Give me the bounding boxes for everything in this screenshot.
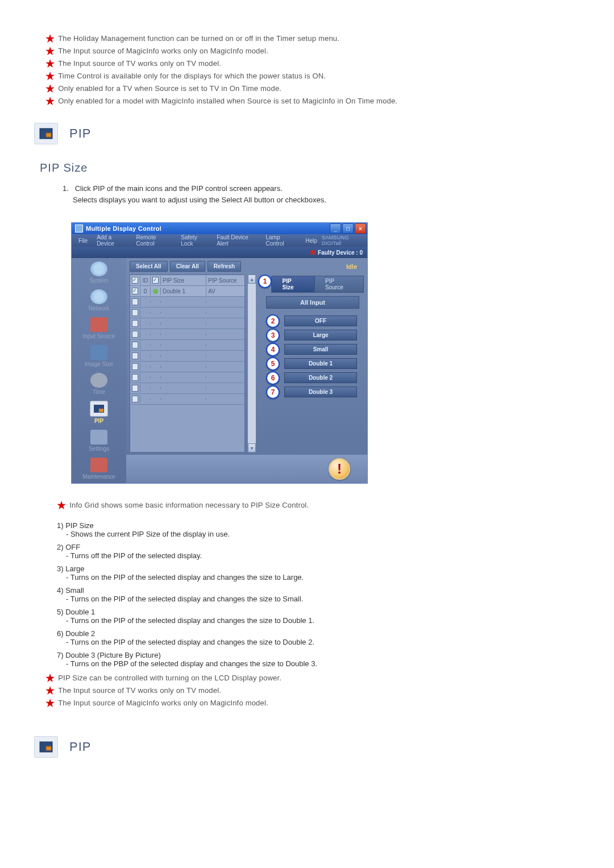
callout-marker-1: 1 [258,275,272,288]
grid-row[interactable] [130,297,244,308]
menu-file[interactable]: File [74,236,92,246]
pip-double2-button[interactable]: Double 2 [284,372,357,383]
row-checkbox[interactable] [132,331,138,338]
row-checkbox[interactable] [132,320,138,327]
grid-row[interactable] [130,372,244,383]
menu-fault-alert[interactable]: Fault Device Alert [212,232,261,248]
menu-help[interactable]: Help [301,236,322,246]
note-item: ★The Input source of MagicInfo works onl… [45,699,557,708]
brand-label: SAMSUNG DIGITall [322,235,365,246]
row-checkbox[interactable] [132,385,138,392]
grid-row[interactable] [130,329,244,340]
grid-scrollbar[interactable]: ▴ ▾ [247,275,256,452]
callout-marker-4: 4 [266,343,280,356]
close-button[interactable]: × [355,223,366,234]
menu-safety-lock[interactable]: Safety Lock [176,232,212,248]
sidebar-item-input-source[interactable]: Input Source [74,317,124,339]
menu-lamp-control[interactable]: Lamp Control [261,232,301,248]
note-item: ★The Input source of MagicInfo works onl… [45,47,557,56]
note-item: ★Only enabled for a model with MagicInfo… [45,97,557,106]
callout-marker-5: 5 [266,357,280,371]
note-item: ★PIP Size can be controlled with turning… [45,674,557,683]
tab-pip-source[interactable]: PIP Source [314,276,364,293]
desc-item: 5) Double 1Turns on the PIP of the selec… [57,608,557,625]
scroll-up-icon[interactable]: ▴ [248,275,256,284]
minimize-button[interactable]: _ [330,223,341,234]
grid-row[interactable] [130,383,244,394]
header-checkbox[interactable] [132,277,138,284]
image-size-icon [90,345,107,360]
scroll-down-icon[interactable]: ▾ [248,443,256,452]
menu-remote-control[interactable]: Remote Control [131,232,176,248]
desc-item: 3) LargeTurns on the PIP of the selected… [57,564,557,582]
controls-panel: 1 PIP Size PIP Source All Input 2OFF 3La… [258,275,367,455]
sidebar-item-settings[interactable]: Settings [74,430,124,452]
pip-double1-button[interactable]: Double 1 [284,358,357,369]
sidebar: System Network Input Source Image Size T… [72,258,126,483]
row-checkbox[interactable] [132,309,138,316]
note-item: ★The Input source of TV works only on TV… [45,686,557,695]
pip-off-button[interactable]: OFF [284,315,357,326]
status-dot-icon [153,289,158,294]
row-checkbox[interactable] [132,363,138,370]
faulty-bar: Faulty Device : 0 [72,247,367,258]
desc-item: 7) Double 3 (Picture By Picture)Turns on… [57,651,557,668]
grid-row[interactable] [130,340,244,351]
faulty-count: Faulty Device : 0 [318,250,363,256]
clear-all-button[interactable]: Clear All [170,261,205,272]
tab-pip-size[interactable]: PIP Size [271,276,314,293]
svg-rect-1 [46,133,51,137]
sidebar-item-network[interactable]: Network [74,289,124,312]
star-icon: ★ [45,84,55,93]
sidebar-item-maintenance[interactable]: Maintenance [74,458,124,480]
grid-row[interactable]: 0 Double 1 AV [130,286,244,297]
pip-large-button[interactable]: Large [284,330,357,340]
maximize-button[interactable]: □ [342,223,354,234]
pip-small-button[interactable]: Small [284,344,357,355]
callout-marker-3: 3 [266,329,280,342]
star-icon: ★ [45,34,55,43]
refresh-button[interactable]: Refresh [208,261,241,272]
app-icon [75,225,83,232]
app-window: Multiple Display Control _ □ × File Add … [71,222,368,484]
sidebar-item-time[interactable]: Time [74,373,124,395]
gear-icon [90,430,107,445]
row-checkbox[interactable] [132,342,138,348]
sidebar-item-system[interactable]: System [74,261,124,284]
star-icon: ★ [45,47,55,56]
row-checkbox[interactable] [132,396,138,402]
row-checkbox[interactable] [132,374,138,381]
grid-row[interactable] [130,318,244,329]
all-input-header: All Input [266,296,359,309]
star-icon: ★ [57,501,66,510]
desc-item: 1) PIP SizeShows the current PIP Size of… [57,521,557,538]
cell-id: 0 [140,287,151,296]
sidebar-item-pip[interactable]: PIP [74,401,124,424]
cell-source: AV [206,287,244,296]
status-idle: Idle [346,263,364,270]
sidebar-item-image-size[interactable]: Image Size [74,345,124,367]
row-checkbox[interactable] [132,288,138,294]
star-icon: ★ [45,674,55,683]
grid-row[interactable] [130,351,244,362]
col-id: ID [140,276,151,285]
globe-icon [90,261,107,276]
network-icon [90,289,107,304]
pip-icon [34,123,58,144]
grid-row[interactable] [130,308,244,318]
intro-number: 1. [63,183,73,194]
callout-marker-2: 2 [266,314,280,328]
pip-double3-button[interactable]: Double 3 [284,387,357,397]
grid-row[interactable] [130,362,244,372]
star-icon: ★ [45,686,55,695]
section-title: PIP [69,740,91,754]
header-status-checkbox[interactable] [152,277,159,284]
subsection-title: PIP Size [40,161,557,175]
row-checkbox[interactable] [132,352,138,359]
toolbar: Select All Clear All Refresh Idle [126,258,367,275]
description-list: 1) PIP SizeShows the current PIP Size of… [57,521,557,668]
row-checkbox[interactable] [132,298,138,305]
grid-row[interactable] [130,394,244,405]
select-all-button[interactable]: Select All [130,261,168,272]
menu-add-device[interactable]: Add a Device [92,232,131,248]
